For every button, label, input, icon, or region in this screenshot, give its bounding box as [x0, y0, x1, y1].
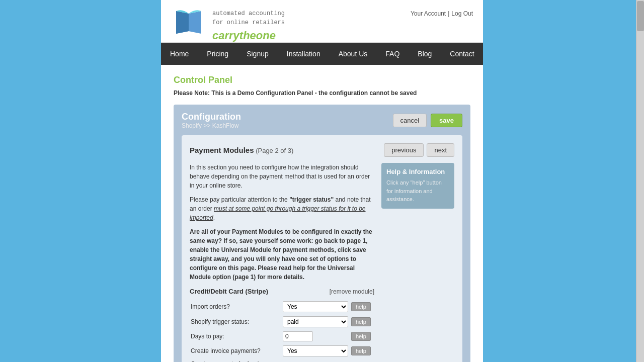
content: Control Panel Please Note: This is a Dem…	[161, 65, 483, 362]
help-box-text: Click any "help" button for information …	[386, 178, 449, 204]
help-box: Help & Information Click any "help" butt…	[381, 163, 454, 209]
field-input-3[interactable]: Yes No	[282, 343, 349, 358]
your-account-link[interactable]: Your Account	[411, 10, 446, 17]
form-table: Import orders? Yes No help	[190, 299, 374, 362]
field-row-3: Create invoice payments? Yes No help	[190, 343, 374, 358]
help-button-2[interactable]: help	[351, 332, 371, 341]
config-box: Configuration Shopify >> KashFlow cancel…	[174, 105, 470, 362]
help-button-3[interactable]: help	[351, 346, 371, 355]
nav-signup[interactable]: Signup	[237, 43, 278, 65]
field-label-0: Import orders?	[190, 299, 282, 314]
inner-main: In this section you need to configure ho…	[190, 163, 374, 362]
separator: |	[448, 10, 449, 17]
field-row-2: Days to pay: help	[190, 329, 374, 343]
svg-marker-2	[176, 11, 189, 34]
inner-panel-header: Payment Modules (Page 2 of 3) previous n…	[190, 143, 454, 157]
field-input-1[interactable]: paid pending refunded	[282, 314, 349, 329]
days-to-pay-input[interactable]	[283, 331, 313, 341]
nav-contact[interactable]: Contact	[441, 43, 483, 65]
description-text-1: In this section you need to configure ho…	[190, 163, 374, 190]
inner-sidebar: Help & Information Click any "help" butt…	[381, 163, 454, 362]
help-box-title: Help & Information	[386, 168, 449, 175]
scrollbar-thumb	[637, 1, 644, 31]
inner-content: In this section you need to configure ho…	[190, 163, 454, 362]
logo-area: automated accounting for online retailer…	[171, 5, 285, 42]
config-breadcrumb: Shopify >> KashFlow	[182, 122, 241, 129]
remove-module-link[interactable]: [remove module]	[330, 288, 374, 295]
page-indicator: (Page 2 of 3)	[256, 147, 293, 154]
field-input-0[interactable]: Yes No	[282, 299, 349, 314]
nav-about-us[interactable]: About Us	[330, 43, 377, 65]
logo-text-area: automated accounting for online retailer…	[212, 5, 285, 42]
field-label-1: Shopify trigger status:	[190, 314, 282, 329]
nav-pricing[interactable]: Pricing	[198, 43, 237, 65]
payment-modules-title: Payment Modules	[190, 146, 254, 154]
header: automated accounting for online retailer…	[161, 0, 483, 43]
field-row-1: Shopify trigger status: paid pending ref…	[190, 314, 374, 329]
field-label-2: Days to pay:	[190, 329, 282, 343]
field-row-4: Create payments for foreign currency inv…	[190, 358, 374, 362]
previous-button[interactable]: previous	[384, 143, 424, 157]
trigger-status-select[interactable]: paid pending refunded	[283, 316, 348, 327]
config-buttons: cancel save	[393, 114, 463, 127]
import-orders-select[interactable]: Yes No	[283, 301, 348, 312]
cancel-button[interactable]: cancel	[393, 114, 427, 127]
config-title: Configuration	[182, 112, 241, 122]
logo-icon	[171, 9, 206, 39]
nav-home[interactable]: Home	[161, 43, 198, 65]
warning-text: Are all of your Payment Modules to be co…	[190, 227, 374, 282]
help-button-1[interactable]: help	[351, 317, 371, 326]
trigger-note: Please pay particular attention to the "…	[190, 195, 374, 222]
scrollbar[interactable]	[636, 0, 644, 362]
logo-brand: carrytheone	[212, 29, 285, 42]
logout-link[interactable]: Log Out	[451, 10, 473, 17]
next-button[interactable]: next	[427, 143, 454, 157]
field-label-4: Create payments for foreign currency inv…	[190, 358, 282, 362]
create-invoice-select[interactable]: Yes No	[283, 345, 348, 356]
module-title: Credit/Debit Card (Stripe)	[190, 288, 268, 295]
header-account: Your Account | Log Out	[411, 5, 473, 17]
field-label-3: Create invoice payments?	[190, 343, 282, 358]
nav-buttons: previous next	[384, 143, 454, 157]
save-button[interactable]: save	[431, 114, 462, 127]
field-input-2[interactable]	[282, 329, 349, 343]
config-header: Configuration Shopify >> KashFlow cancel…	[182, 112, 462, 129]
nav-blog[interactable]: Blog	[409, 43, 441, 65]
module-header: Credit/Debit Card (Stripe) [remove modul…	[190, 288, 374, 295]
tagline: automated accounting for online retailer…	[212, 9, 285, 27]
field-row-0: Import orders? Yes No help	[190, 299, 374, 314]
navbar: Home Pricing Signup Installation About U…	[161, 43, 483, 65]
control-panel-title: Control Panel	[174, 75, 470, 85]
svg-marker-1	[189, 11, 201, 34]
nav-faq[interactable]: FAQ	[376, 43, 409, 65]
inner-panel: Payment Modules (Page 2 of 3) previous n…	[182, 135, 462, 362]
field-input-4[interactable]: No Yes	[282, 358, 349, 362]
nav-installation[interactable]: Installation	[278, 43, 330, 65]
demo-notice: Please Note: This is a Demo Configuratio…	[174, 89, 470, 97]
help-button-0[interactable]: help	[351, 302, 371, 311]
